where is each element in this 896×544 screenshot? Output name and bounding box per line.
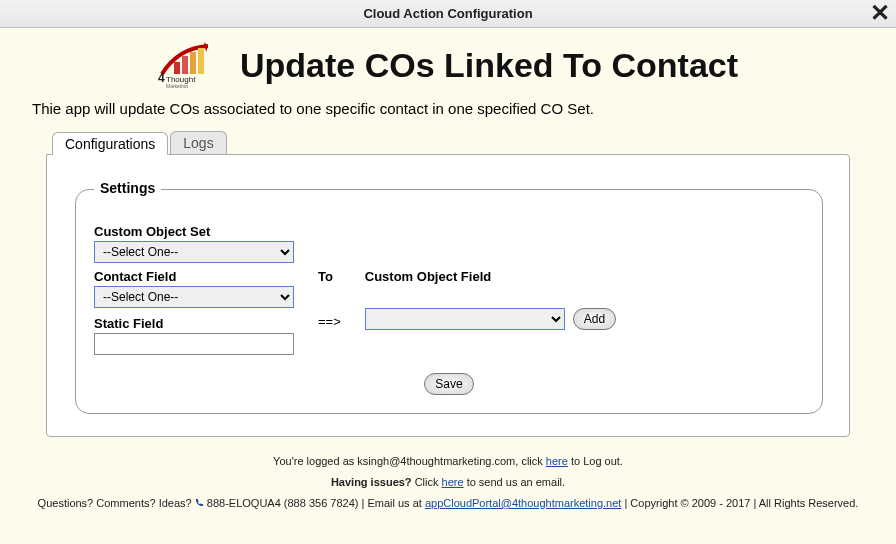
arrow-icon: ==> — [318, 314, 341, 329]
close-icon[interactable]: ✕ — [870, 0, 890, 26]
to-label: To — [318, 269, 341, 284]
footer-logged-user: ksingh@4thoughtmarketing.com — [357, 455, 515, 467]
footer-email-pre: Email us at — [367, 497, 424, 509]
logout-link[interactable]: here — [546, 455, 568, 467]
add-button[interactable]: Add — [573, 308, 616, 330]
logo: 4 Thought Marketing — [158, 42, 228, 88]
footer-logged-pre: You're logged as — [273, 455, 357, 467]
config-panel: Settings Custom Object Set --Select One-… — [46, 154, 850, 437]
custom-object-field-label: Custom Object Field — [365, 269, 616, 284]
contact-field-select[interactable]: --Select One-- — [94, 286, 294, 308]
header: 4 Thought Marketing Update COs Linked To… — [0, 28, 896, 98]
footer-issues-post: to send us an email. — [464, 476, 566, 488]
tab-configurations[interactable]: Configurations — [52, 132, 168, 155]
footer-logged-mid: , click — [515, 455, 546, 467]
window-title: Cloud Action Configuration — [363, 6, 532, 21]
issues-link[interactable]: here — [442, 476, 464, 488]
footer-issues-pre: Having issues? — [331, 476, 415, 488]
footer-logged-post: to Log out. — [568, 455, 623, 467]
footer-phone: 888-ELOQUA4 (888 356 7824) — [207, 497, 359, 509]
intro-text: Thie app will update COs associated to o… — [0, 98, 896, 131]
svg-rect-2 — [182, 56, 188, 74]
svg-rect-4 — [198, 48, 204, 74]
footer-issues-mid: Click — [415, 476, 442, 488]
footer-sep3: | — [750, 497, 758, 509]
custom-object-field-select[interactable] — [365, 308, 565, 330]
footer-rights: All Rights Reserved. — [759, 497, 859, 509]
svg-rect-1 — [174, 62, 180, 74]
page-title: Update COs Linked To Contact — [240, 46, 738, 85]
static-field-label: Static Field — [94, 316, 294, 331]
svg-rect-3 — [190, 52, 196, 74]
footer-email-link[interactable]: appCloudPortal@4thoughtmarketing.net — [425, 497, 621, 509]
footer: You're logged as ksingh@4thoughtmarketin… — [0, 451, 896, 514]
footer-copyright: Copyright © 2009 - 2017 — [630, 497, 750, 509]
static-field-input[interactable] — [94, 333, 294, 355]
settings-fieldset: Settings Custom Object Set --Select One-… — [75, 189, 823, 414]
svg-text:Marketing: Marketing — [166, 83, 188, 88]
footer-questions: Questions? Comments? Ideas? — [38, 497, 195, 509]
svg-text:4: 4 — [158, 71, 165, 85]
titlebar: Cloud Action Configuration ✕ — [0, 0, 896, 28]
settings-legend: Settings — [94, 180, 161, 196]
custom-object-set-select[interactable]: --Select One-- — [94, 241, 294, 263]
contact-field-label: Contact Field — [94, 269, 294, 284]
tab-logs[interactable]: Logs — [170, 131, 226, 154]
phone-icon — [195, 493, 204, 502]
tabs: Configurations Logs — [52, 131, 850, 154]
footer-sep2: | — [621, 497, 630, 509]
custom-object-set-label: Custom Object Set — [94, 224, 804, 239]
save-button[interactable]: Save — [424, 373, 473, 395]
